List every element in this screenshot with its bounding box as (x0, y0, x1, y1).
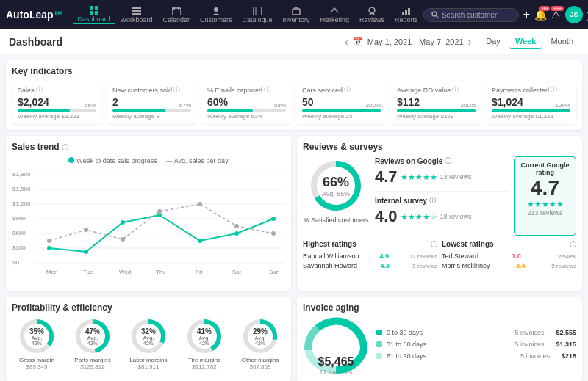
info-icon[interactable]: ⓘ (445, 156, 451, 166)
google-rating-title: Reviews on Google ⓘ (375, 156, 508, 166)
nav-dashboard[interactable]: Dashboard (73, 6, 115, 24)
nav-marketing[interactable]: Marketing (315, 7, 355, 23)
nav-inventory[interactable]: Inventory (278, 7, 315, 23)
svg-text:Fri: Fri (196, 269, 203, 275)
svg-text:$600: $600 (12, 230, 26, 236)
user-avatar[interactable]: JS (565, 6, 583, 23)
calendar-icon: 📅 (353, 37, 363, 46)
lowest-row-1: Ted Steward 1.0 1 review (442, 253, 576, 260)
nav-workboard[interactable]: Workboard (115, 7, 158, 23)
highest-ratings: Highest ratings ⓘ Randall Williamson 4.9… (303, 240, 437, 272)
svg-rect-2 (90, 11, 93, 15)
internal-survey-title: Internal survey ⓘ (375, 196, 508, 206)
nav-items: Dashboard Workboard Calendar Customers C… (73, 6, 423, 24)
invoice-content: $5,465 17 invoices 0 to 30 days 5 invoic… (303, 317, 576, 376)
info-icon[interactable]: ⓘ (344, 85, 351, 95)
svg-rect-7 (172, 8, 181, 15)
svg-text:$0: $0 (12, 259, 19, 266)
svg-text:Sun: Sun (269, 269, 279, 275)
gauge-label: % Satisfied customers (303, 217, 368, 224)
svg-rect-17 (408, 8, 410, 15)
profit-parts: 47% Avg. 42% Parts margins $129,812 (68, 317, 118, 370)
nav-reviews[interactable]: Reviews (354, 7, 390, 23)
profit-grid: 35% Avg. 42% Gross margin $89,349 47% A (12, 317, 285, 370)
highest-row-2: Savannah Howard 4.8 9 reviews (303, 262, 437, 269)
indicator-ro-value: Average RO value ⓘ $112 200% Weekly aver… (391, 81, 481, 124)
svg-rect-11 (253, 7, 262, 15)
info-icon[interactable]: ⓘ (173, 85, 180, 95)
invoice-rows: 0 to 30 days 5 invoices $2,555 31 to 60 … (376, 329, 576, 364)
indicator-sales: Sales ⓘ $2,024 66% Weekly average $3,223 (12, 81, 102, 124)
svg-text:$1,800: $1,800 (12, 171, 31, 178)
date-range: May 1, 2021 - May 7, 2021 (368, 37, 464, 46)
indicator-bar: 66% (18, 109, 96, 112)
key-indicators-title: Key indicators (12, 66, 576, 76)
svg-rect-6 (132, 13, 141, 15)
current-google-card: Current Google rating 4.7 ★★★★★ 213 revi… (514, 156, 576, 236)
nav-catalogue[interactable]: Catalogue (237, 7, 278, 23)
satisfaction-gauge: 66% Avg. 65% % Satisfied customers (303, 156, 369, 236)
alerts-icon[interactable]: ⚠99+ (551, 9, 561, 21)
svg-point-40 (271, 217, 276, 221)
info-icon[interactable]: ⓘ (36, 85, 43, 95)
info-icon[interactable]: ⓘ (429, 196, 436, 206)
svg-point-36 (121, 220, 125, 225)
sales-chart: $1,800 $1,500 $1,200 $900 $600 $300 $0 (12, 167, 285, 285)
indicator-emails: % Emails captured ⓘ 60% 58% Weekly avera… (201, 81, 292, 124)
next-arrow[interactable]: › (468, 36, 472, 48)
lowest-ratings: Lowest ratings ⓘ Ted Steward 1.0 1 revie… (442, 240, 576, 272)
invoice-donut: $5,465 17 invoices (303, 317, 369, 376)
indicator-new-customers: New customers sold ⓘ 2 67% Weekly averag… (107, 81, 197, 124)
date-navigation: ‹ 📅 May 1, 2021 - May 7, 2021 › (345, 36, 471, 48)
ratings-area: Reviews on Google ⓘ 4.7 ★★★★★ 13 reviews… (375, 156, 508, 236)
info-icon[interactable]: ⓘ (62, 144, 68, 151)
sales-trend-section: Sales trend ⓘ Week to date sale progress… (6, 136, 291, 291)
reviews-surveys-section: Reviews & surveys 66% Avg. 65% % Satisfi… (297, 136, 582, 291)
inv-dot (376, 330, 382, 335)
svg-text:Tue: Tue (83, 269, 93, 275)
info-icon[interactable]: ⓘ (570, 240, 576, 250)
info-icon[interactable]: ⓘ (452, 85, 459, 95)
info-icon[interactable]: ⓘ (551, 85, 557, 95)
prev-arrow[interactable]: ‹ (345, 36, 348, 48)
nav-reports[interactable]: Reports (390, 7, 423, 23)
svg-text:Sat: Sat (232, 269, 242, 275)
svg-point-43 (121, 237, 125, 242)
info-icon[interactable]: ⓘ (264, 85, 270, 95)
svg-point-38 (198, 239, 202, 243)
tab-month[interactable]: Month (545, 35, 579, 49)
google-card-title: Current Google rating (519, 162, 571, 176)
svg-point-35 (84, 250, 88, 254)
highest-row-1: Randall Williamson 4.9 12 reviews (303, 253, 437, 260)
google-card-count: 213 reviews (519, 209, 571, 217)
indicator-avg: Weekly average $3,223 (18, 113, 96, 120)
svg-point-47 (271, 231, 276, 236)
page-title: Dashboard (9, 36, 345, 48)
navbar: AutoLeap™ Dashboard Workboard Calendar C… (0, 0, 588, 29)
tab-day[interactable]: Day (480, 35, 506, 49)
highest-title: Highest ratings ⓘ (303, 240, 437, 250)
svg-rect-1 (95, 6, 98, 10)
sales-trend-title: Sales trend ⓘ (12, 142, 285, 153)
svg-point-46 (234, 224, 239, 228)
notification-bell[interactable]: 🔔99 (534, 9, 547, 21)
svg-point-10 (214, 7, 218, 12)
svg-text:Thu: Thu (156, 269, 166, 275)
search-box[interactable]: Search customer (423, 8, 519, 22)
gauge-circle: 66% Avg. 65% (306, 156, 365, 215)
tab-week[interactable]: Week (509, 35, 542, 49)
lowest-title: Lowest ratings ⓘ (442, 240, 576, 250)
info-icon[interactable]: ⓘ (431, 240, 437, 250)
google-rating-stars: 4.7 ★★★★★ 13 reviews (375, 167, 508, 186)
nav-customers[interactable]: Customers (195, 7, 237, 23)
add-button[interactable]: + (523, 8, 530, 21)
svg-point-44 (157, 209, 162, 214)
profit-tires: 41% Avg. 42% Tire margins $112,782 (179, 317, 229, 370)
svg-point-42 (84, 228, 88, 232)
inv-row-0: 0 to 30 days 5 invoices $2,555 (376, 329, 576, 336)
profitability-title: Profitability & efficiency (12, 302, 285, 313)
app-logo[interactable]: AutoLeap™ (6, 9, 64, 21)
internal-survey-row: Internal survey ⓘ 4.0 ★★★★☆ 18 reviews (375, 196, 508, 231)
svg-rect-0 (90, 6, 93, 10)
nav-calendar[interactable]: Calendar (157, 7, 195, 23)
